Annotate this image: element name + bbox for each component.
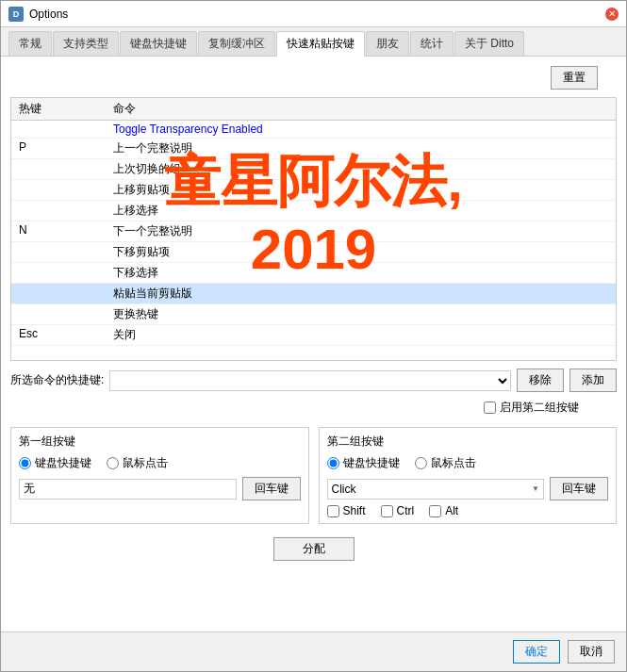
app-icon: D bbox=[8, 7, 24, 22]
table-row[interactable]: 更换热键 bbox=[11, 304, 616, 325]
shortcut-combo-select[interactable] bbox=[109, 370, 511, 391]
row-hotkey: Esc bbox=[19, 327, 113, 343]
row-command: 粘贴当前剪贴版 bbox=[113, 286, 608, 302]
group2-alt-checkbox[interactable]: Alt bbox=[429, 504, 458, 517]
row-hotkey bbox=[19, 203, 113, 219]
ok-button[interactable]: 确定 bbox=[513, 640, 560, 664]
ctrl-checkbox-input[interactable] bbox=[381, 505, 393, 517]
tab-statistics[interactable]: 统计 bbox=[410, 31, 454, 56]
table-header: 热键 命令 bbox=[11, 98, 616, 121]
assign-button[interactable]: 分配 bbox=[273, 537, 355, 561]
table-row[interactable]: Esc 关闭 bbox=[11, 325, 616, 346]
group1-mouse-radio[interactable]: 鼠标点击 bbox=[107, 455, 168, 471]
row-hotkey bbox=[19, 244, 113, 260]
group2-input-row: Click ▼ 回车键 bbox=[327, 477, 609, 500]
group2-shift-checkbox[interactable]: Shift bbox=[327, 504, 366, 517]
enable-second-group-label: 启用第二组按键 bbox=[500, 400, 579, 416]
group2-box: 第二组按键 键盘快捷键 鼠标点击 Click ▼ bbox=[319, 427, 618, 524]
group1-key-input[interactable] bbox=[19, 479, 237, 500]
group2-mouse-radio-input[interactable] bbox=[415, 457, 427, 469]
group1-keyboard-radio[interactable]: 键盘快捷键 bbox=[19, 455, 91, 471]
alt-checkbox-input[interactable] bbox=[429, 505, 441, 517]
header-command: 命令 bbox=[113, 101, 608, 117]
row-hotkey bbox=[19, 265, 113, 281]
table-row[interactable]: 上移选择 bbox=[11, 201, 616, 221]
tab-keyboard-shortcuts[interactable]: 键盘快捷键 bbox=[120, 31, 197, 56]
reset-button[interactable]: 重置 bbox=[551, 66, 598, 90]
row-hotkey bbox=[19, 161, 113, 177]
row-command: 上移剪贴项 bbox=[113, 182, 608, 198]
group1-box: 第一组按键 键盘快捷键 鼠标点击 回车键 bbox=[10, 427, 309, 524]
dropdown-arrow-icon: ▼ bbox=[532, 484, 539, 493]
tab-friends[interactable]: 朋友 bbox=[366, 31, 409, 56]
row-command: 关闭 bbox=[113, 327, 608, 343]
shortcut-combo bbox=[109, 370, 511, 391]
group1-input-row: 回车键 bbox=[19, 477, 301, 500]
group2-mouse-radio[interactable]: 鼠标点击 bbox=[415, 455, 476, 471]
group2-radio-row: 键盘快捷键 鼠标点击 bbox=[327, 455, 609, 471]
group2-title: 第二组按键 bbox=[327, 434, 609, 450]
row-hotkey bbox=[19, 306, 113, 322]
cancel-button[interactable]: 取消 bbox=[568, 640, 615, 664]
group2-checkbox-row: Shift Ctrl Alt bbox=[327, 504, 609, 517]
group2-keyboard-radio-input[interactable] bbox=[327, 457, 339, 469]
row-command: 下移选择 bbox=[113, 265, 608, 281]
row-hotkey bbox=[19, 286, 113, 302]
row-hotkey bbox=[19, 182, 113, 198]
row-hotkey: N bbox=[19, 223, 113, 239]
row-command: 更换热键 bbox=[113, 306, 608, 322]
commands-table: 热键 命令 Toggle Transparency Enabled P 上一个完… bbox=[10, 97, 617, 361]
title-bar: D Options ✕ bbox=[1, 1, 626, 27]
row-command: Toggle Transparency Enabled bbox=[113, 123, 608, 136]
table-row[interactable]: Toggle Transparency Enabled bbox=[11, 121, 616, 139]
row-command: 上一个完整说明 bbox=[113, 140, 608, 156]
table-row[interactable]: N 下一个完整说明 bbox=[11, 221, 616, 242]
groups-section: 第一组按键 键盘快捷键 鼠标点击 回车键 bbox=[10, 427, 617, 524]
row-hotkey bbox=[19, 123, 113, 136]
group1-radio-row: 键盘快捷键 鼠标点击 bbox=[19, 455, 301, 471]
options-window: D Options ✕ 常规 支持类型 键盘快捷键 复制缓冲区 快速粘贴按键 朋… bbox=[0, 0, 627, 672]
header-hotkey: 热键 bbox=[19, 101, 113, 117]
tab-about[interactable]: 关于 Ditto bbox=[454, 31, 524, 56]
group1-keyboard-radio-input[interactable] bbox=[19, 457, 31, 469]
enable-second-group-row: 启用第二组按键 bbox=[10, 400, 617, 416]
table-row[interactable]: 粘贴当前剪贴版 bbox=[11, 284, 616, 304]
table-body: Toggle Transparency Enabled P 上一个完整说明 上次… bbox=[11, 121, 616, 360]
tab-support-types[interactable]: 支持类型 bbox=[53, 31, 119, 56]
group2-keyboard-radio[interactable]: 键盘快捷键 bbox=[327, 455, 400, 471]
group1-mouse-radio-input[interactable] bbox=[107, 457, 119, 469]
group2-dropdown[interactable]: Click ▼ bbox=[327, 479, 545, 500]
tab-bar: 常规 支持类型 键盘快捷键 复制缓冲区 快速粘贴按键 朋友 统计 关于 Ditt… bbox=[1, 27, 626, 57]
table-row[interactable]: 上次切换的组 bbox=[11, 159, 616, 180]
table-row[interactable]: 下移剪贴项 bbox=[11, 242, 616, 263]
table-row[interactable]: P 上一个完整说明 bbox=[11, 139, 616, 159]
table-row[interactable]: 下移选择 bbox=[11, 263, 616, 284]
tab-quick-paste[interactable]: 快速粘贴按键 bbox=[276, 31, 365, 57]
shift-checkbox-input[interactable] bbox=[327, 505, 339, 517]
tab-copy-buffer[interactable]: 复制缓冲区 bbox=[198, 31, 275, 56]
row-command: 上移选择 bbox=[113, 203, 608, 219]
shortcut-row: 所选命令的快捷键: 移除 添加 bbox=[10, 369, 617, 392]
enable-second-group-checkbox[interactable] bbox=[484, 402, 496, 414]
group1-title: 第一组按键 bbox=[19, 434, 301, 450]
window-title: Options bbox=[29, 8, 605, 21]
add-button[interactable]: 添加 bbox=[569, 369, 617, 392]
row-command: 下一个完整说明 bbox=[113, 223, 608, 239]
row-command: 上次切换的组 bbox=[113, 161, 608, 177]
reset-row: 重置 bbox=[10, 66, 617, 90]
group2-ctrl-checkbox[interactable]: Ctrl bbox=[381, 504, 415, 517]
shortcut-label: 所选命令的快捷键: bbox=[10, 372, 104, 388]
group2-enter-button[interactable]: 回车键 bbox=[550, 477, 608, 500]
main-content: 重置 热键 命令 Toggle Transparency Enabled P 上… bbox=[1, 57, 626, 631]
remove-button[interactable]: 移除 bbox=[517, 369, 564, 392]
group1-enter-button[interactable]: 回车键 bbox=[242, 477, 301, 500]
table-row[interactable]: 上移剪贴项 bbox=[11, 180, 616, 201]
footer: 确定 取消 bbox=[1, 631, 626, 671]
row-hotkey: P bbox=[19, 140, 113, 156]
row-command: 下移剪贴项 bbox=[113, 244, 608, 260]
close-button[interactable]: ✕ bbox=[605, 8, 619, 21]
tab-general[interactable]: 常规 bbox=[8, 31, 52, 56]
assign-row: 分配 bbox=[10, 532, 617, 566]
